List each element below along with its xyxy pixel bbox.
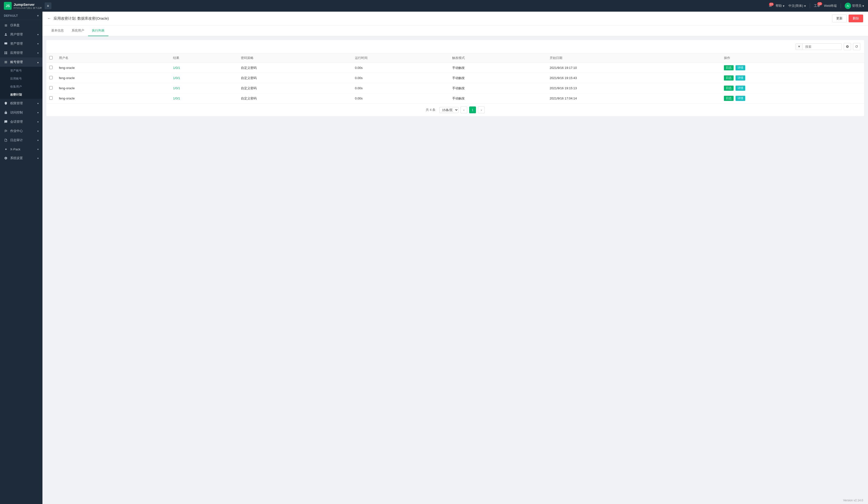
search-input[interactable] xyxy=(803,44,841,50)
access-ctrl-icon xyxy=(4,111,8,115)
delete-button[interactable]: 删除 xyxy=(849,14,863,22)
sidebar-item-system-settings[interactable]: 系统设置 ▾ xyxy=(0,154,42,163)
sidebar-item-user-mgmt[interactable]: 用户管理 ▾ xyxy=(0,30,42,39)
col-result: 结果 xyxy=(170,53,238,63)
detail-button[interactable]: 详情 xyxy=(735,86,745,91)
col-username: 用户名 xyxy=(56,53,170,63)
chevron-icon: ▾ xyxy=(37,42,39,45)
next-page-button[interactable]: › xyxy=(478,106,485,113)
cell-actions: 日志 详情 xyxy=(721,73,864,83)
select-all-checkbox[interactable] xyxy=(49,56,53,60)
log-button[interactable]: 日志 xyxy=(724,65,734,70)
user-nav-item[interactable]: Ai 管理员 ▾ xyxy=(845,3,864,9)
sidebar-item-dashboard[interactable]: ⊞ 仪表盘 xyxy=(0,21,42,30)
sidebar-sub-item-change-plan[interactable]: 改密计划 xyxy=(0,91,42,99)
logo-icon: JS xyxy=(4,2,12,10)
cell-result[interactable]: 1/0/1 xyxy=(170,63,238,73)
detail-button[interactable]: 详情 xyxy=(735,96,745,101)
svg-rect-1 xyxy=(4,52,6,53)
page-size-select[interactable]: 15条/页 30条/页 50条/页 xyxy=(439,107,458,113)
sidebar-item-asset-mgmt[interactable]: 资产管理 ▾ xyxy=(0,39,42,48)
sidebar-env[interactable]: DEFAULT ▾ xyxy=(0,12,42,20)
cell-password-policy: 自定义密码 xyxy=(238,93,352,104)
language-chevron-icon: ▾ xyxy=(804,4,806,8)
user-mgmt-icon xyxy=(4,32,8,36)
cell-username: feng-oracle xyxy=(56,73,170,83)
col-actions: 操作 xyxy=(721,53,864,63)
account-mgmt-icon xyxy=(4,60,8,64)
task-center-icon xyxy=(4,129,8,133)
content-area: ▼ 用户名 结果 xyxy=(42,36,868,497)
row-checkbox[interactable] xyxy=(49,66,53,69)
chevron-icon: ▾ xyxy=(37,52,39,54)
detail-button[interactable]: 详情 xyxy=(735,75,745,81)
sidebar-item-xpack[interactable]: ✦ X-Pack ▾ xyxy=(0,145,42,154)
cell-result[interactable]: 1/0/1 xyxy=(170,93,238,104)
page-header-right: 更新 删除 xyxy=(832,14,863,22)
mail-nav-item[interactable]: ✉ 13 xyxy=(769,4,772,8)
log-button[interactable]: 日志 xyxy=(724,86,734,91)
cell-username: feng-oracle xyxy=(56,93,170,104)
tab-exec-list[interactable]: 执行列表 xyxy=(88,25,108,36)
tab-basic-info[interactable]: 基本信息 xyxy=(47,25,68,36)
svg-rect-7 xyxy=(4,63,7,63)
refresh-icon-button[interactable] xyxy=(853,43,860,50)
detail-button[interactable]: 详情 xyxy=(735,65,745,70)
sidebar-item-label: 日志审计 xyxy=(10,138,23,143)
tab-sys-user[interactable]: 系统用户 xyxy=(68,25,88,36)
col-password-policy: 密码策略 xyxy=(238,53,352,63)
row-checkbox[interactable] xyxy=(49,76,53,79)
cell-username: feng-oracle xyxy=(56,83,170,93)
log-button[interactable]: 日志 xyxy=(724,75,734,81)
page-1-button[interactable]: 1 xyxy=(469,106,476,113)
divider2 xyxy=(840,3,841,8)
sidebar-item-app-mgmt[interactable]: 应用管理 ▾ xyxy=(0,48,42,57)
sidebar-item-label: 资产管理 xyxy=(10,41,23,46)
table-row: feng-oracle 1/0/1 自定义密码 0.00s 手动触发 2021/… xyxy=(46,63,864,73)
session-mgmt-icon xyxy=(4,120,8,124)
sidebar-item-access-ctrl[interactable]: 访问控制 ▾ xyxy=(0,108,42,117)
cell-password-policy: 自定义密码 xyxy=(238,73,352,83)
prev-page-button[interactable]: ‹ xyxy=(461,106,467,113)
svg-rect-0 xyxy=(4,42,7,44)
sidebar-item-task-center[interactable]: 作业中心 ▾ xyxy=(0,126,42,136)
cell-result[interactable]: 1/0/1 xyxy=(170,83,238,93)
sidebar: DEFAULT ▾ ⊞ 仪表盘 用户管理 ▾ 资产管理 ▾ xyxy=(0,12,42,504)
chevron-icon: ▴ xyxy=(37,61,39,64)
settings-icon-button[interactable] xyxy=(844,43,851,50)
update-button[interactable]: 更新 xyxy=(832,14,847,22)
cell-run-time: 0.00s xyxy=(352,73,449,83)
menu-toggle-button[interactable]: ≡ xyxy=(45,2,51,9)
sidebar-sub-item-app-account[interactable]: 应用账号 xyxy=(0,75,42,83)
row-checkbox[interactable] xyxy=(49,96,53,100)
language-nav-item[interactable]: 中文(简体) ▾ xyxy=(788,4,806,8)
sidebar-section: ⊞ 仪表盘 用户管理 ▾ 资产管理 ▾ 应用管 xyxy=(0,20,42,163)
cell-trigger-mode: 手动触发 xyxy=(449,73,547,83)
system-settings-icon xyxy=(4,156,8,160)
web-terminal-nav-item[interactable]: Web终端 xyxy=(824,4,837,8)
sidebar-item-permission-mgmt[interactable]: 权限管理 ▾ xyxy=(0,99,42,108)
cell-result[interactable]: 1/0/1 xyxy=(170,73,238,83)
tools-nav-item[interactable]: 工单 12 xyxy=(814,4,820,8)
sidebar-sub-account: 资产账号 应用账号 收集用户 改密计划 xyxy=(0,67,42,99)
sidebar-item-account-mgmt[interactable]: 账号管理 ▴ xyxy=(0,57,42,67)
help-nav-item[interactable]: 帮助 ▾ xyxy=(776,4,785,8)
logo-text: JumpServer FIT2CLOUD飞致云 旗下品牌 xyxy=(13,2,42,9)
sidebar-item-label: 作业中心 xyxy=(10,129,23,133)
sidebar-sub-item-collect-user[interactable]: 收集用户 xyxy=(0,83,42,91)
back-button[interactable]: ← xyxy=(47,16,51,21)
row-checkbox[interactable] xyxy=(49,86,53,90)
svg-rect-3 xyxy=(4,53,6,54)
sidebar-sub-item-asset-account[interactable]: 资产账号 xyxy=(0,67,42,75)
page-header: ← 应用改密计划: 数据库改密(Oracle) 更新 删除 xyxy=(42,12,868,25)
dashboard-icon: ⊞ xyxy=(4,23,8,27)
cell-run-time: 0.00s xyxy=(352,93,449,104)
tools-badge: 12 xyxy=(817,2,822,5)
col-start-date: 开始日期 xyxy=(547,53,721,63)
log-button[interactable]: 日志 xyxy=(724,96,734,101)
cell-actions: 日志 详情 xyxy=(721,93,864,104)
sidebar-item-audit-log[interactable]: 日志审计 ▾ xyxy=(0,136,42,145)
tabs-bar: 基本信息 系统用户 执行列表 xyxy=(42,25,868,36)
sidebar-item-session-mgmt[interactable]: 会话管理 ▾ xyxy=(0,117,42,126)
cell-start-date: 2021/9/16 19:17:10 xyxy=(547,63,721,73)
